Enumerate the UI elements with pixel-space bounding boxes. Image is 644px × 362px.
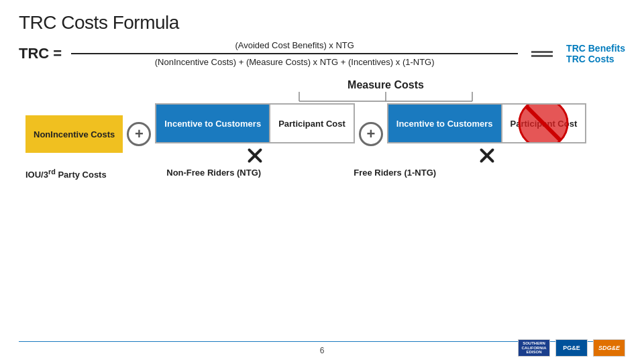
pge-logo: PG&E xyxy=(555,339,588,357)
sce-logo: SOUTHERNCALIFORNIAEDISON xyxy=(518,339,550,357)
eq-line-1 xyxy=(531,51,553,53)
incentive-box-1: Incentive to Customers xyxy=(156,105,269,142)
fraction: (Avoided Cost Benefits) x NTG (NonIncent… xyxy=(71,40,518,67)
eq-line-2 xyxy=(531,55,553,57)
non-free-group: Incentive to Customers Participant Cost xyxy=(155,103,354,165)
participant-cost-box-1: Participant Cost xyxy=(269,105,354,142)
bottom-labels-row: IOU/3rd Party Costs Non-Free Riders (NTG… xyxy=(19,168,625,180)
boxes-row: NonIncentive Costs + Incentive to Custom… xyxy=(19,103,625,165)
page: TRC Costs Formula TRC = (Avoided Cost Be… xyxy=(0,0,644,362)
fraction-line xyxy=(71,53,518,54)
iou-label: IOU/3rd Party Costs xyxy=(25,168,107,180)
plus-circle-2: + xyxy=(359,122,383,146)
page-number: 6 xyxy=(320,346,325,355)
logos-row: SOUTHERNCALIFORNIAEDISON PG&E SDG&E xyxy=(518,339,625,357)
free-group: Incentive to Customers Participant Cost xyxy=(387,103,586,165)
plus-circle-1: + xyxy=(127,122,151,146)
denominator: (NonIncentive Costs) + (Measure Costs) x… xyxy=(155,56,435,67)
formula-section: TRC = (Avoided Cost Benefits) x NTG (Non… xyxy=(19,40,625,67)
measure-costs-label: Measure Costs xyxy=(347,79,424,91)
trc-result: TRC Benefits TRC Costs xyxy=(566,43,625,64)
free-riders-label: Free Riders (1-NTG) xyxy=(354,168,436,178)
x-cross-2 xyxy=(478,146,496,165)
non-incentive-group: NonIncentive Costs xyxy=(25,115,123,153)
trc-equals-label: TRC = xyxy=(19,45,62,62)
no-symbol-icon xyxy=(517,105,570,142)
non-incentive-box: NonIncentive Costs xyxy=(25,115,123,153)
iou-label-text: IOU/3rd Party Costs xyxy=(25,170,107,180)
trc-costs-label: TRC Costs xyxy=(566,54,614,64)
non-free-measure-box: Incentive to Customers Participant Cost xyxy=(155,103,354,143)
participant-cost-box-2: Participant Cost xyxy=(501,105,586,142)
incentive-box-2: Incentive to Customers xyxy=(388,105,501,142)
sdge-logo: SDG&E xyxy=(593,339,625,357)
numerator: (Avoided Cost Benefits) x NTG xyxy=(235,40,354,52)
x-cross-1 xyxy=(246,146,264,165)
non-free-label: Non-Free Riders (NTG) xyxy=(166,168,261,178)
equals-double-lines xyxy=(531,51,553,57)
trc-benefits-label: TRC Benefits xyxy=(566,43,625,54)
page-title: TRC Costs Formula xyxy=(19,12,625,34)
measure-costs-bracket xyxy=(299,91,473,102)
free-measure-box: Incentive to Customers Participant Cost xyxy=(387,103,586,143)
